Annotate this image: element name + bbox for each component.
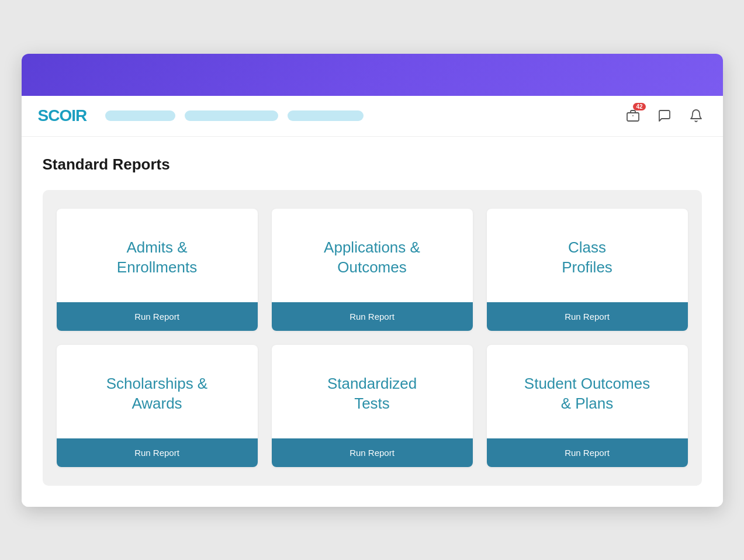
- report-card-scholarships-awards: Scholarships & AwardsRun Report: [57, 345, 258, 467]
- nav-icons: 42: [622, 105, 707, 126]
- run-report-button-admits-enrollments[interactable]: Run Report: [57, 302, 258, 331]
- report-card-applications-outcomes: Applications & OutcomesRun Report: [272, 209, 473, 331]
- bell-icon: [689, 109, 703, 123]
- run-report-button-class-profiles[interactable]: Run Report: [487, 302, 688, 331]
- report-card-body-applications-outcomes: Applications & Outcomes: [272, 209, 473, 302]
- report-card-title-admits-enrollments: Admits & Enrollments: [117, 238, 197, 278]
- run-report-button-standardized-tests[interactable]: Run Report: [272, 438, 473, 467]
- run-report-button-scholarships-awards[interactable]: Run Report: [57, 438, 258, 467]
- briefcase-icon-button[interactable]: 42: [622, 105, 643, 126]
- report-card-title-scholarships-awards: Scholarships & Awards: [106, 374, 207, 414]
- briefcase-badge: 42: [633, 103, 645, 110]
- nav-pill-1[interactable]: [105, 110, 175, 121]
- report-card-title-standardized-tests: Standardized Tests: [327, 374, 417, 414]
- report-card-body-class-profiles: Class Profiles: [487, 209, 688, 302]
- svg-rect-0: [627, 113, 639, 121]
- report-card-body-student-outcomes-plans: Student Outcomes & Plans: [487, 345, 688, 438]
- chat-icon: [658, 109, 672, 123]
- run-report-button-student-outcomes-plans[interactable]: Run Report: [487, 438, 688, 467]
- chat-icon-button[interactable]: [654, 105, 675, 126]
- briefcase-icon: [626, 109, 640, 123]
- run-report-button-applications-outcomes[interactable]: Run Report: [272, 302, 473, 331]
- report-card-title-student-outcomes-plans: Student Outcomes & Plans: [524, 374, 650, 414]
- report-card-admits-enrollments: Admits & EnrollmentsRun Report: [57, 209, 258, 331]
- page-title: Standard Reports: [43, 155, 702, 174]
- report-card-body-admits-enrollments: Admits & Enrollments: [57, 209, 258, 302]
- logo: SCOIR: [38, 106, 87, 125]
- browser-top-bar: [22, 54, 723, 96]
- nav-pill-3[interactable]: [288, 110, 364, 121]
- bell-icon-button[interactable]: [686, 105, 707, 126]
- report-card-title-class-profiles: Class Profiles: [562, 238, 612, 278]
- report-card-body-scholarships-awards: Scholarships & Awards: [57, 345, 258, 438]
- report-card-class-profiles: Class ProfilesRun Report: [487, 209, 688, 331]
- browser-window: SCOIR 42: [22, 54, 723, 507]
- nav-bar: SCOIR 42: [22, 96, 723, 137]
- report-card-body-standardized-tests: Standardized Tests: [272, 345, 473, 438]
- reports-container: Admits & EnrollmentsRun ReportApplicatio…: [43, 190, 702, 486]
- report-card-standardized-tests: Standardized TestsRun Report: [272, 345, 473, 467]
- report-card-student-outcomes-plans: Student Outcomes & PlansRun Report: [487, 345, 688, 467]
- report-card-title-applications-outcomes: Applications & Outcomes: [324, 238, 420, 278]
- reports-grid: Admits & EnrollmentsRun ReportApplicatio…: [57, 209, 688, 467]
- main-content: Standard Reports Admits & EnrollmentsRun…: [22, 137, 723, 507]
- nav-pill-2[interactable]: [185, 110, 278, 121]
